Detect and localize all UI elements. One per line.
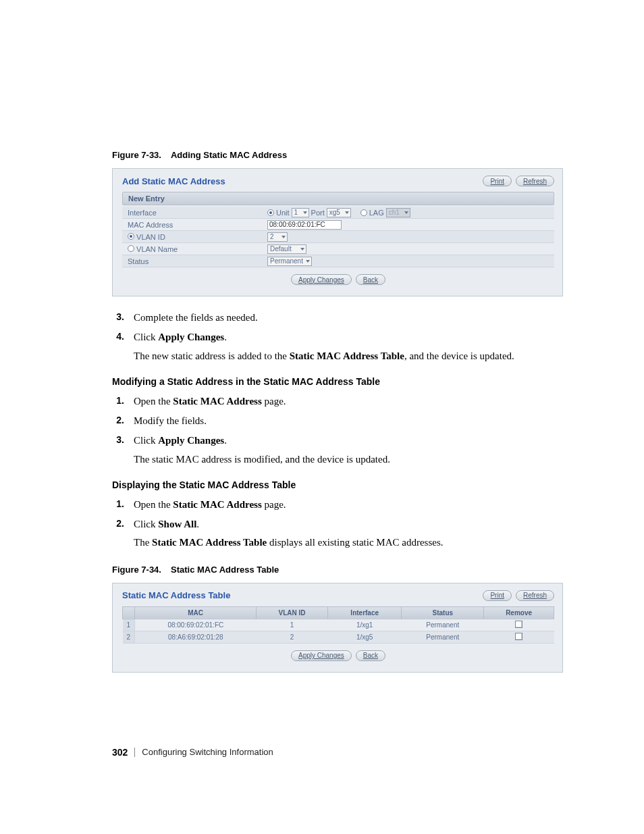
vlanname-radio[interactable]: [128, 245, 134, 252]
footer-divider: [134, 748, 135, 757]
step-4: 4. Click Apply Changes. The new static a…: [112, 330, 563, 364]
mac-row: MAC Address: [122, 219, 554, 231]
remove-checkbox[interactable]: [515, 621, 522, 628]
panel-title: Add Static MAC Address: [122, 176, 225, 186]
mac-input[interactable]: [267, 220, 342, 230]
static-mac-table-panel: Static MAC Address Table Print Refresh M…: [112, 583, 563, 673]
table-row: 2 08:A6:69:02:01:28 2 1/xg5 Permanent: [123, 631, 554, 643]
refresh-button[interactable]: Refresh: [516, 176, 554, 186]
interface-row: Interface Unit 1 Port xg5 LAG ch1: [122, 207, 554, 219]
col-iface: Interface: [328, 606, 402, 619]
port-select[interactable]: xg5: [327, 208, 351, 217]
col-idx: [123, 606, 135, 619]
panel-title-2: Static MAC Address Table: [122, 590, 230, 600]
vlanid-select[interactable]: 2: [267, 232, 288, 242]
port-label: Port: [311, 209, 325, 217]
page-number: 302: [112, 747, 128, 758]
unit-select[interactable]: 1: [292, 208, 309, 217]
add-static-mac-panel: Add Static MAC Address Print Refresh New…: [112, 168, 563, 296]
section-modifying-head: Modifying a Static Address in the Static…: [112, 376, 563, 387]
interface-label: Interface: [122, 209, 267, 217]
chapter-title: Configuring Switching Information: [142, 747, 273, 757]
lag-radio[interactable]: [360, 209, 367, 216]
apply-changes-button[interactable]: Apply Changes: [291, 274, 352, 285]
back-button[interactable]: Back: [356, 650, 385, 661]
lag-select: ch1: [386, 208, 410, 217]
step-c2: 2. Click Show All. The Static MAC Addres…: [112, 517, 563, 551]
step-3: 3. Complete the fields as needed.: [112, 310, 563, 325]
remove-checkbox[interactable]: [515, 633, 522, 640]
step-b3: 3. Click Apply Changes. The static MAC a…: [112, 433, 563, 467]
vlanname-row: VLAN Name Default: [122, 243, 554, 255]
steps-displaying: 1. Open the Static MAC Address page. 2. …: [112, 497, 563, 551]
document-page: Figure 7-33.Adding Static MAC Address Ad…: [0, 0, 644, 812]
print-button[interactable]: Print: [483, 176, 512, 186]
page-footer: 302 Configuring Switching Information: [112, 747, 563, 758]
figure-number: Figure 7-34.: [112, 565, 161, 575]
vlanname-label: VLAN Name: [122, 245, 267, 253]
section-displaying-head: Displaying the Static MAC Address Table: [112, 479, 563, 490]
figure-number: Figure 7-33.: [112, 150, 161, 160]
form-rows: Interface Unit 1 Port xg5 LAG ch1 MAC Ad…: [122, 207, 554, 267]
refresh-button[interactable]: Refresh: [516, 590, 554, 601]
lag-label: LAG: [369, 209, 384, 217]
step-b2: 2. Modify the fields.: [112, 413, 563, 429]
figure-title: Adding Static MAC Address: [171, 150, 287, 160]
mac-table: MAC VLAN ID Interface Status Remove 1 08…: [122, 606, 554, 644]
vlanname-select[interactable]: Default: [267, 244, 306, 254]
figure-title: Static MAC Address Table: [171, 565, 279, 575]
col-vlan: VLAN ID: [257, 606, 328, 619]
print-button[interactable]: Print: [483, 590, 512, 601]
step-b1: 1. Open the Static MAC Address page.: [112, 394, 563, 409]
table-row: 1 08:00:69:02:01:FC 1 1/xg1 Permanent: [123, 619, 554, 631]
unit-radio[interactable]: [267, 209, 274, 216]
back-button[interactable]: Back: [356, 274, 385, 285]
vlanid-label: VLAN ID: [122, 233, 267, 241]
vlanid-radio[interactable]: [128, 233, 134, 240]
col-mac: MAC: [135, 606, 257, 619]
unit-label: Unit: [276, 209, 290, 217]
status-select[interactable]: Permanent: [267, 257, 312, 266]
status-row: Status Permanent: [122, 255, 554, 267]
table-header-row: MAC VLAN ID Interface Status Remove: [123, 606, 554, 619]
col-status: Status: [402, 606, 484, 619]
apply-changes-button[interactable]: Apply Changes: [291, 650, 352, 661]
status-label: Status: [122, 257, 267, 265]
vlanid-row: VLAN ID 2: [122, 231, 554, 243]
steps-modifying: 1. Open the Static MAC Address page. 2. …: [112, 394, 563, 467]
new-entry-header: New Entry: [122, 192, 554, 205]
mac-label: MAC Address: [122, 221, 267, 229]
steps-after-fig1: 3. Complete the fields as needed. 4. Cli…: [112, 310, 563, 364]
figure-caption-2: Figure 7-34.Static MAC Address Table: [112, 565, 563, 575]
figure-caption-1: Figure 7-33.Adding Static MAC Address: [112, 150, 563, 160]
col-remove: Remove: [484, 606, 554, 619]
step-c1: 1. Open the Static MAC Address page.: [112, 497, 563, 513]
